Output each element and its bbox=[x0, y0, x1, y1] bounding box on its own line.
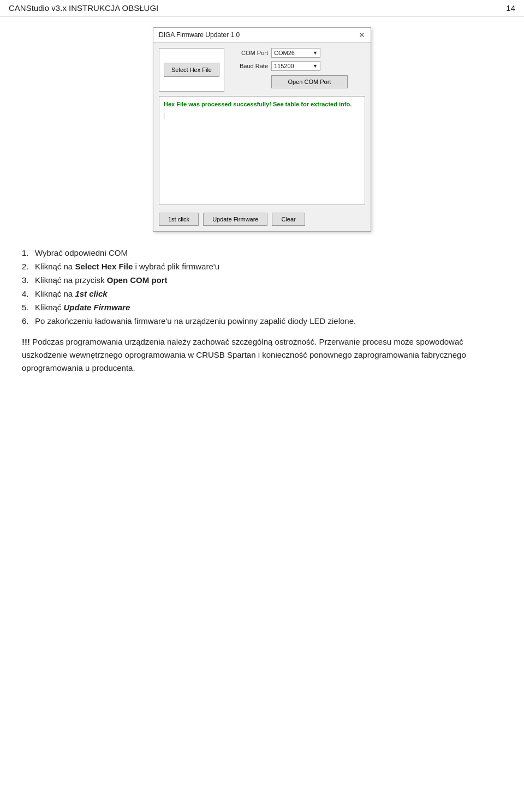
open-com-port-row: Open COM Port bbox=[230, 74, 365, 88]
step-6: 6. Po zakończeniu ładowania firmware'u n… bbox=[22, 316, 502, 326]
page-number: 14 bbox=[506, 3, 515, 13]
com-port-label: COM Port bbox=[230, 50, 268, 56]
cursor-indicator bbox=[164, 113, 164, 119]
step-1: 1. Wybrać odpowiedni COM bbox=[22, 248, 502, 257]
dialog-right-panel: COM Port COM26 ▼ Baud Rate 115200 ▼ bbox=[230, 48, 365, 88]
select-hex-file-button[interactable]: Select Hex File bbox=[164, 63, 219, 77]
dialog-body: Select Hex File COM Port COM26 ▼ Baud bbox=[153, 43, 371, 231]
step-3: 3. Kliknąć na przycisk Open COM port bbox=[22, 275, 502, 285]
dialog-action-buttons: 1st click Update Firmware Clear bbox=[159, 210, 365, 226]
step-6-text: Po zakończeniu ładowania firmware'u na u… bbox=[35, 316, 356, 326]
page-content: DIGA Firmware Updater 1.0 ✕ Select Hex F… bbox=[0, 16, 524, 395]
instruction-steps: 1. Wybrać odpowiedni COM 2. Kliknąć na S… bbox=[22, 248, 502, 326]
dialog-title: DIGA Firmware Updater 1.0 bbox=[159, 31, 240, 39]
dialog-wrapper: DIGA Firmware Updater 1.0 ✕ Select Hex F… bbox=[22, 27, 502, 232]
warning-exclaim: !!! bbox=[22, 337, 30, 346]
com-port-row: COM Port COM26 ▼ bbox=[230, 48, 365, 58]
warning-text: !!! Podczas programowania urządzenia nal… bbox=[22, 335, 502, 375]
baud-rate-select[interactable]: 115200 ▼ bbox=[271, 61, 320, 71]
warning-body: Podczas programowania urządzenia należy … bbox=[22, 337, 466, 372]
page-header: CANStudio v3.x INSTRUKCJA OBSŁUGI 14 bbox=[0, 0, 524, 16]
step-4: 4. Kliknąć na 1st click bbox=[22, 289, 502, 298]
baud-rate-arrow: ▼ bbox=[313, 63, 318, 69]
dialog-left-panel: Select Hex File bbox=[159, 48, 224, 92]
step-5-text: Kliknąć Update Firmware bbox=[35, 303, 130, 312]
open-com-port-button[interactable]: Open COM Port bbox=[271, 75, 348, 88]
baud-rate-value: 115200 bbox=[274, 63, 294, 69]
com-port-value: COM26 bbox=[274, 50, 295, 56]
warning-block: !!! Podczas programowania urządzenia nal… bbox=[22, 335, 502, 375]
step-4-text: Kliknąć na 1st click bbox=[35, 289, 108, 298]
first-click-button[interactable]: 1st click bbox=[159, 213, 199, 226]
dialog-titlebar: DIGA Firmware Updater 1.0 ✕ bbox=[153, 28, 371, 43]
dialog-close-button[interactable]: ✕ bbox=[359, 31, 365, 39]
dialog-top-row: Select Hex File COM Port COM26 ▼ Baud bbox=[159, 48, 365, 92]
com-port-select[interactable]: COM26 ▼ bbox=[271, 48, 320, 58]
firmware-updater-dialog: DIGA Firmware Updater 1.0 ✕ Select Hex F… bbox=[153, 27, 371, 232]
update-firmware-button[interactable]: Update Firmware bbox=[203, 213, 267, 226]
baud-rate-row: Baud Rate 115200 ▼ bbox=[230, 61, 365, 71]
status-output-box: Hex File was processed successfully! See… bbox=[159, 96, 365, 205]
com-port-arrow: ▼ bbox=[313, 50, 318, 56]
clear-button[interactable]: Clear bbox=[272, 213, 305, 226]
step-2: 2. Kliknąć na Select Hex File i wybrać p… bbox=[22, 262, 502, 271]
baud-rate-label: Baud Rate bbox=[230, 63, 268, 69]
status-text: Hex File was processed successfully! See… bbox=[164, 101, 360, 107]
document-title: CANStudio v3.x INSTRUKCJA OBSŁUGI bbox=[9, 3, 158, 13]
step-3-text: Kliknąć na przycisk Open COM port bbox=[35, 275, 168, 285]
step-5: 5. Kliknąć Update Firmware bbox=[22, 303, 502, 312]
step-2-text: Kliknąć na Select Hex File i wybrać plik… bbox=[35, 262, 219, 271]
step-1-text: Wybrać odpowiedni COM bbox=[35, 248, 128, 257]
